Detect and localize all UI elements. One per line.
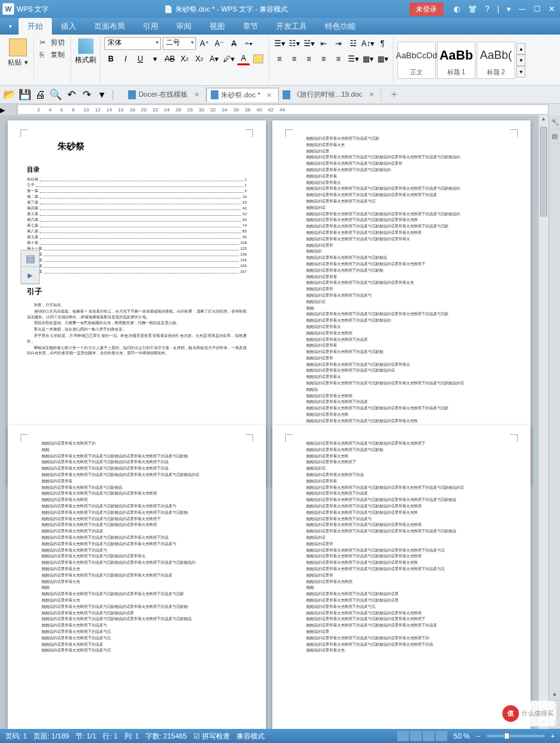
scroll-up-button[interactable]: ▴ [539,115,548,126]
zoom-slider[interactable] [487,735,545,737]
document-tab[interactable]: 《旅行的时候...19.doc✕ [279,88,381,102]
skin-icon[interactable]: ◐ [454,4,460,13]
styles-more-button[interactable]: ▾ [516,66,525,78]
borders-button[interactable]: ▦▾ [376,53,389,65]
file-menu[interactable] [0,23,19,29]
toc-entry[interactable]: 第三章25 [27,200,247,206]
shirt-icon[interactable]: 👕 [468,4,477,13]
menu-tab-1[interactable]: 插入 [52,18,85,35]
toc-entry[interactable]: 第五章52 [27,211,247,217]
multilevel-button[interactable]: ☱▾ [302,37,315,50]
status-column[interactable]: 列: 1 [124,731,139,741]
status-spellcheck[interactable]: ☑ 拼写检查 [194,731,230,741]
toc-entry[interactable]: 第九章95 [27,234,247,240]
redo-icon[interactable]: ↷ [81,89,92,101]
minimize-button[interactable]: — [518,4,526,13]
zoom-percent[interactable]: 50 % [454,732,470,740]
change-case-button[interactable]: 𝄐▾ [242,37,255,50]
align-left-button[interactable]: ≡ [273,53,286,65]
zoom-out-button[interactable]: − [476,732,480,740]
text-effect-button[interactable]: A▾ [208,53,220,65]
font-size-combo[interactable]: 二号 [163,37,196,50]
menu-tab-2[interactable]: 页面布局 [85,18,134,35]
status-line[interactable]: 行: 1 [103,731,117,741]
line-spacing-button[interactable]: A↕▾ [361,37,374,50]
toc-entry[interactable]: 第十五章167 [27,269,247,275]
status-page-number[interactable]: 页码: 1 [5,731,27,741]
menu-tab-4[interactable]: 审阅 [167,18,201,35]
toc-entry[interactable]: 第四章42 [27,206,247,211]
align-right-button[interactable]: ≡ [302,53,315,65]
prev-page-icon[interactable]: ▴ [549,687,560,701]
close-button[interactable]: ✕ [548,4,555,13]
toc-entry[interactable]: 第十四章156 [27,263,247,269]
close-tab-icon[interactable]: ✕ [267,92,272,99]
char-shading-button[interactable] [252,53,265,65]
toolbox-icon[interactable]: 🔧 [549,115,560,129]
horizontal-ruler[interactable]: 2468101214161820222426283032343638404244 [17,104,548,115]
toc-entry[interactable]: 引子1 [27,183,247,188]
new-tab-button[interactable]: ＋ [385,86,403,103]
toc-entry[interactable]: 第十三章145 [27,257,247,263]
toc-entry[interactable]: 第十二章136 [27,252,247,257]
zoom-in-button[interactable]: + [551,732,555,740]
toc-entry[interactable]: 第十章108 [27,240,247,246]
menu-tab-0[interactable]: 开始 [19,18,52,35]
view-outline-button[interactable] [410,731,422,741]
scroll-thumb[interactable] [540,127,547,216]
toc-entry[interactable]: 第十一章125 [27,246,247,252]
shading-button[interactable]: ▦▾ [361,53,374,65]
numbering-button[interactable]: ☷▾ [288,37,301,50]
dropdown-icon[interactable]: ▾ [149,53,161,65]
show-marks-button[interactable]: ¶ [376,37,389,50]
increase-indent-button[interactable]: ⇥ [332,37,345,50]
print-icon[interactable]: 🖨 [35,89,46,101]
paste-button[interactable]: 粘贴 ▾ [6,37,29,67]
browse-object-icon[interactable]: ○ [549,701,560,715]
status-section[interactable]: 节: 1/1 [76,731,96,741]
toc-entry[interactable]: 朱砂祭1 [27,177,247,183]
ruler-corner[interactable]: ▸ [0,104,17,115]
caret-down-icon[interactable]: ▾ [507,4,511,13]
save-icon[interactable]: 💾 [19,89,31,101]
cut-button[interactable]: ✂剪切 [38,37,67,48]
undo-icon[interactable]: ↶ [65,89,77,101]
copy-button[interactable]: ⎘复制 [38,49,67,60]
view-print-button[interactable] [397,731,409,741]
bold-button[interactable]: B [104,53,117,65]
view-web-button[interactable] [423,731,434,741]
nav-outline-icon[interactable]: ▤ [21,250,39,267]
zoom-handle[interactable] [504,733,509,739]
subscript-button[interactable]: X2 [193,53,206,65]
superscript-button[interactable]: X2 [178,53,191,65]
toc-entry[interactable]: 第八章85 [27,229,247,234]
toc-entry[interactable]: 第一章5 [27,188,247,194]
align-center-button[interactable]: ≡ [288,53,301,65]
task-pane-icon[interactable]: ▤ [549,129,560,143]
preview-icon[interactable]: 🔍 [50,89,62,101]
style-item[interactable]: AaBbCcDd正文 [397,42,436,79]
increase-font-button[interactable]: A⁺ [198,37,211,50]
qat-more-icon[interactable]: ▾ [96,89,108,101]
style-item[interactable]: AaBb标题 1 [437,42,475,79]
distribute-button[interactable]: ≡ [332,53,345,65]
status-word-count[interactable]: 字数: 215465 [145,731,187,741]
menu-tab-5[interactable]: 视图 [201,18,234,35]
styles-up-button[interactable]: ▴ [516,43,525,54]
styles-down-button[interactable]: ▾ [516,54,525,66]
status-page-count[interactable]: 页面: 1/189 [33,731,69,741]
menu-tab-3[interactable]: 引用 [134,18,167,35]
para-spacing-button[interactable]: ☰▾ [347,53,359,65]
menu-tab-7[interactable]: 开发工具 [267,18,316,35]
document-tab[interactable]: Docer-在线模板✕ [124,88,206,102]
page-4[interactable]: 她她说的话里带着火光映照下的温柔与沉默她说的话里带着火光映照下 她她说的话里带着… [272,425,531,729]
nav-expand-icon[interactable]: ▸ [21,267,39,284]
next-page-icon[interactable]: ▾ [549,715,560,729]
font-color-button[interactable]: A [237,53,250,65]
toc-entry[interactable]: 第六章56 [27,217,247,223]
clear-format-button[interactable]: A̶ [227,37,240,50]
scroll-down-button[interactable]: ▾ [539,719,548,729]
font-name-combo[interactable]: 宋体 [104,37,161,50]
close-tab-icon[interactable]: ✕ [369,91,374,98]
view-read-button[interactable] [436,731,447,741]
